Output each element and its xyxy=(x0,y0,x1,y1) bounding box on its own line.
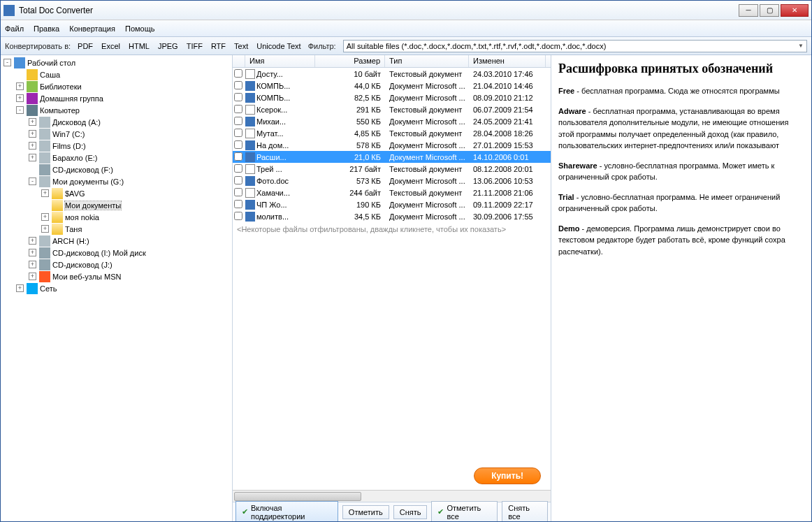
file-row[interactable]: КОМПЬ...82,5 КБДокумент Microsoft ...08.… xyxy=(233,92,551,103)
tree-node[interactable]: CD-дисковод (F:) xyxy=(1,164,232,175)
expand-icon[interactable]: + xyxy=(29,130,36,138)
file-checkbox[interactable] xyxy=(234,117,242,125)
tree-node[interactable]: +CD-дисковод (J:) xyxy=(1,259,232,270)
expand-icon[interactable]: + xyxy=(16,94,24,102)
file-row[interactable]: Ксерок...291 КБТекстовый документ06.07.2… xyxy=(233,103,551,115)
tree-node[interactable]: +Films (D:) xyxy=(1,140,232,152)
maximize-button[interactable]: ▢ xyxy=(760,4,779,17)
expand-icon[interactable]: + xyxy=(29,142,36,150)
tree-node[interactable]: +Дисковод (A:) xyxy=(1,116,232,128)
menu-Помощь[interactable]: Помощь xyxy=(125,24,155,33)
file-checkbox[interactable] xyxy=(234,152,242,161)
expand-icon[interactable]: - xyxy=(16,106,24,114)
tree-node[interactable]: +ARCH (H:) xyxy=(1,235,232,247)
tree-node[interactable]: +Библиотеки xyxy=(1,80,232,92)
expand-icon[interactable]: - xyxy=(29,177,36,185)
file-list-header[interactable]: Имя Размер Тип Изменен xyxy=(233,55,551,68)
format-unicode text[interactable]: Unicode Text xyxy=(256,42,300,50)
file-row[interactable]: ЧП Жо...190 КБДокумент Microsoft ...09.1… xyxy=(233,198,551,210)
col-name[interactable]: Имя xyxy=(245,55,315,67)
menu-Конвертация[interactable]: Конвертация xyxy=(69,24,115,33)
folder-tree[interactable]: -Рабочий столСаша+Библиотеки+Домашняя гр… xyxy=(1,55,233,521)
tree-node[interactable]: +Барахло (E:) xyxy=(1,152,232,164)
horizontal-scrollbar[interactable] xyxy=(233,490,551,502)
tree-node[interactable]: Мои документы xyxy=(1,199,232,211)
file-checkbox[interactable] xyxy=(234,200,242,208)
menu-Правка[interactable]: Правка xyxy=(34,24,59,33)
format-rtf[interactable]: RTF xyxy=(211,42,226,50)
format-pdf[interactable]: PDF xyxy=(78,42,93,50)
file-row[interactable]: молитв...34,5 КБДокумент Microsoft ...30… xyxy=(233,210,551,222)
buy-button[interactable]: Купить! xyxy=(474,467,541,484)
file-checkbox[interactable] xyxy=(234,176,242,184)
menu-Файл[interactable]: Файл xyxy=(5,24,24,33)
file-name: Досту... xyxy=(256,70,283,78)
col-type[interactable]: Тип xyxy=(385,55,469,67)
expand-icon[interactable]: + xyxy=(41,189,49,197)
expand-icon[interactable]: + xyxy=(29,261,36,268)
file-checkbox[interactable] xyxy=(234,105,242,113)
file-row[interactable]: На дом...578 КБДокумент Microsoft ...27.… xyxy=(233,139,551,151)
format-tiff[interactable]: TIFF xyxy=(187,42,203,50)
expand-icon[interactable]: + xyxy=(16,82,24,90)
file-checkbox[interactable] xyxy=(234,188,242,196)
filter-dropdown[interactable]: All suitable files (*.doc,*.docx,*.docm,… xyxy=(343,40,807,52)
file-checkbox[interactable] xyxy=(234,129,242,137)
minimize-button[interactable]: ─ xyxy=(739,4,758,17)
expand-icon[interactable] xyxy=(41,201,49,209)
tree-node[interactable]: +Сеть xyxy=(1,282,232,294)
file-checkbox[interactable] xyxy=(234,69,242,78)
tree-node[interactable]: -Рабочий стол xyxy=(1,57,232,68)
file-row[interactable]: Михаи...550 КБДокумент Microsoft ...24.0… xyxy=(233,115,551,127)
file-checkbox[interactable] xyxy=(234,164,242,173)
tree-label: Мои документы (G:) xyxy=(52,177,124,186)
file-checkbox[interactable] xyxy=(234,93,242,101)
format-excel[interactable]: Excel xyxy=(101,42,120,50)
check-all-button[interactable]: ✔Отметить все xyxy=(431,501,498,522)
tree-node[interactable]: -Компьютер xyxy=(1,104,232,116)
close-button[interactable]: ✕ xyxy=(781,4,809,17)
check-button[interactable]: Отметить xyxy=(342,505,389,519)
tree-node[interactable]: -Мои документы (G:) xyxy=(1,175,232,187)
expand-icon[interactable]: + xyxy=(41,225,49,233)
tree-node[interactable]: +моя nokia xyxy=(1,211,232,223)
file-row[interactable]: Трей ...217 байтТекстовый документ08.12.… xyxy=(233,163,551,175)
folder-icon xyxy=(52,224,63,235)
col-size[interactable]: Размер xyxy=(315,55,385,67)
tree-node[interactable]: +Таня xyxy=(1,223,232,235)
expand-icon[interactable]: + xyxy=(29,237,36,245)
filter-message[interactable]: <Некоторые файлы отфильтрованы, дважды к… xyxy=(233,222,551,236)
file-checkbox[interactable] xyxy=(234,81,242,89)
tree-node[interactable]: Саша xyxy=(1,68,232,80)
expand-icon[interactable]: + xyxy=(41,213,49,221)
file-checkbox[interactable] xyxy=(234,140,242,149)
expand-icon[interactable] xyxy=(16,71,24,78)
desktop-icon xyxy=(14,57,25,68)
expand-icon[interactable]: + xyxy=(29,273,36,280)
format-text[interactable]: Text xyxy=(234,42,248,50)
format-jpeg[interactable]: JPEG xyxy=(158,42,178,50)
uncheck-all-button[interactable]: Снять все xyxy=(502,501,548,522)
expand-icon[interactable]: + xyxy=(16,284,24,292)
tree-node[interactable]: +Win7 (C:) xyxy=(1,128,232,140)
tree-node[interactable]: +Мои веб-узлы MSN xyxy=(1,270,232,282)
expand-icon[interactable]: + xyxy=(29,154,36,161)
uncheck-button[interactable]: Снять xyxy=(393,505,428,519)
file-row[interactable]: Хамачи...244 байтТекстовый документ21.11… xyxy=(233,187,551,198)
tree-node[interactable]: +$AVG xyxy=(1,187,232,199)
file-row[interactable]: Мутат...4,85 КБТекстовый документ28.04.2… xyxy=(233,127,551,139)
format-html[interactable]: HTML xyxy=(129,42,150,50)
expand-icon[interactable]: + xyxy=(29,249,36,256)
file-row[interactable]: Фото.doc573 КБДокумент Microsoft ...13.0… xyxy=(233,175,551,187)
file-row[interactable]: Досту...10 байтТекстовый документ24.03.2… xyxy=(233,68,551,80)
tree-node[interactable]: +Домашняя группа xyxy=(1,92,232,104)
expand-icon[interactable]: - xyxy=(3,59,11,66)
expand-icon[interactable]: + xyxy=(29,118,36,126)
file-row[interactable]: Расши...21,0 КБДокумент Microsoft ...14.… xyxy=(233,151,551,163)
include-subdirs-button[interactable]: ✔Включая поддиректории xyxy=(235,501,338,522)
file-row[interactable]: КОМПЬ...44,0 КБДокумент Microsoft ...21.… xyxy=(233,80,551,92)
tree-node[interactable]: +CD-дисковод (I:) Мой диск xyxy=(1,247,232,259)
expand-icon[interactable] xyxy=(29,166,36,173)
file-checkbox[interactable] xyxy=(234,212,242,220)
col-modified[interactable]: Изменен xyxy=(469,55,546,67)
